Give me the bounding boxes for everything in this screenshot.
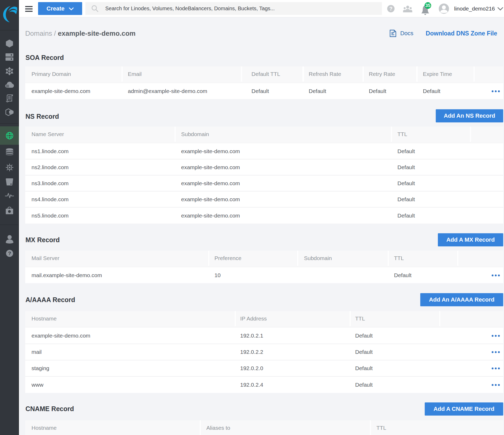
svg-text:?: ? — [389, 6, 392, 12]
svg-text:?: ? — [8, 251, 11, 256]
svg-text:35: 35 — [425, 3, 430, 8]
